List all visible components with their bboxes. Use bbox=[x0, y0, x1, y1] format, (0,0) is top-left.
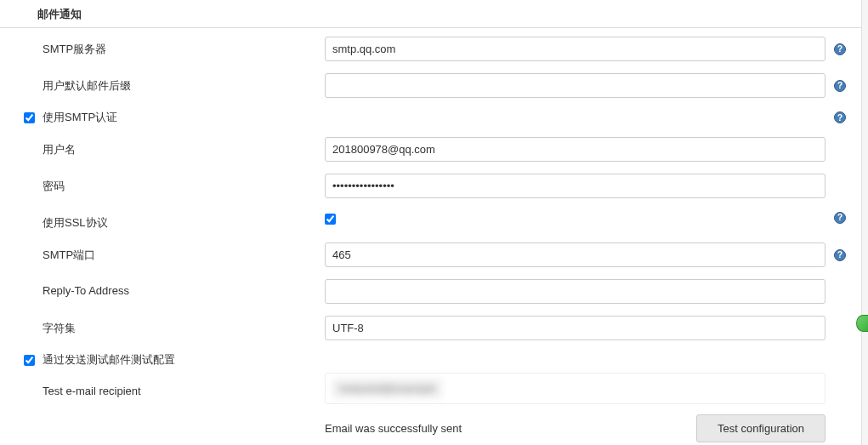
help-icon[interactable]: ? bbox=[834, 111, 846, 123]
input-charset[interactable] bbox=[325, 316, 825, 340]
label-username: 用户名 bbox=[43, 137, 325, 157]
label-charset: 字符集 bbox=[43, 316, 325, 336]
help-icon[interactable]: ? bbox=[834, 43, 846, 55]
label-default-suffix: 用户默认邮件后缀 bbox=[43, 73, 325, 94]
label-test-recipient: Test e-mail recipient bbox=[43, 379, 325, 397]
row-use-smtp-auth: 使用SMTP认证 ? bbox=[43, 110, 851, 125]
status-message: Email was successfully sent bbox=[325, 422, 462, 435]
input-default-suffix[interactable] bbox=[325, 73, 825, 98]
row-test-recipient: Test e-mail recipient redacted@example bbox=[43, 373, 851, 404]
label-smtp-port: SMTP端口 bbox=[43, 242, 325, 263]
checkbox-use-smtp-auth[interactable] bbox=[24, 112, 35, 123]
help-icon[interactable]: ? bbox=[834, 80, 846, 92]
input-smtp-server[interactable] bbox=[325, 37, 825, 61]
row-password: 密码 bbox=[43, 174, 851, 198]
row-test-config: 通过发送测试邮件测试配置 bbox=[43, 352, 851, 368]
row-status: Email was successfully sent Test configu… bbox=[43, 414, 851, 442]
floating-badge-icon[interactable] bbox=[856, 315, 868, 332]
input-smtp-port[interactable] bbox=[325, 242, 825, 267]
label-test-config: 通过发送测试邮件测试配置 bbox=[43, 352, 175, 368]
input-username[interactable] bbox=[325, 137, 825, 162]
help-icon[interactable]: ? bbox=[834, 212, 846, 224]
label-smtp-server: SMTP服务器 bbox=[43, 37, 325, 57]
input-reply-to[interactable] bbox=[325, 279, 825, 304]
label-use-ssl: 使用SSL协议 bbox=[43, 210, 325, 231]
row-charset: 字符集 bbox=[43, 316, 851, 340]
checkbox-use-ssl[interactable] bbox=[325, 214, 336, 225]
row-smtp-server: SMTP服务器 ? bbox=[43, 37, 851, 61]
label-use-smtp-auth: 使用SMTP认证 bbox=[43, 110, 117, 125]
label-reply-to: Reply-To Address bbox=[43, 279, 325, 297]
email-notification-form: SMTP服务器 ? 用户默认邮件后缀 ? 使用SMTP认证 ? 用户名 密码 bbox=[0, 28, 868, 445]
row-default-suffix: 用户默认邮件后缀 ? bbox=[43, 73, 851, 98]
label-password: 密码 bbox=[43, 174, 325, 194]
input-password[interactable] bbox=[325, 174, 825, 198]
row-username: 用户名 bbox=[43, 137, 851, 162]
input-test-recipient[interactable]: redacted@example bbox=[325, 373, 825, 404]
checkbox-test-config[interactable] bbox=[24, 355, 35, 366]
row-reply-to: Reply-To Address bbox=[43, 279, 851, 304]
help-icon[interactable]: ? bbox=[834, 249, 846, 261]
test-configuration-button[interactable]: Test configuration bbox=[696, 414, 825, 442]
section-title: 邮件通知 bbox=[0, 0, 868, 28]
redacted-value: redacted@example bbox=[332, 379, 442, 398]
row-smtp-port: SMTP端口 ? bbox=[43, 242, 851, 267]
right-scrollbar-track[interactable] bbox=[861, 0, 868, 445]
row-use-ssl: 使用SSL协议 ? bbox=[43, 210, 851, 231]
